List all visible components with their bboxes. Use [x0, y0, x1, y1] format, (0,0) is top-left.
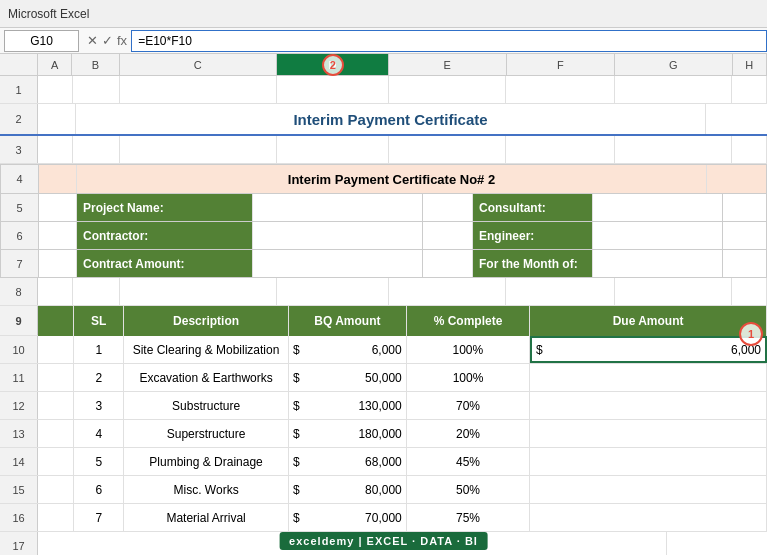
r12-a[interactable]	[38, 392, 74, 419]
r8-e[interactable]	[389, 278, 506, 305]
r14-a[interactable]	[38, 448, 74, 475]
r7-val1[interactable]	[253, 250, 423, 277]
col-header-b[interactable]: B	[72, 54, 119, 75]
r4-a[interactable]	[39, 165, 77, 193]
r11-pct[interactable]: 100%	[407, 364, 530, 391]
r7-val2[interactable]	[593, 250, 723, 277]
r10-desc[interactable]: Site Clearing & Mobilization	[124, 336, 289, 363]
col-header-c[interactable]: C	[120, 54, 277, 75]
r5-a[interactable]	[39, 194, 77, 221]
col-header-a[interactable]: A	[38, 54, 72, 75]
r11-sl[interactable]: 2	[74, 364, 124, 391]
r3-e[interactable]	[389, 136, 506, 163]
r3-h[interactable]	[732, 136, 767, 163]
r15-g[interactable]	[530, 476, 767, 503]
r8-d[interactable]	[277, 278, 389, 305]
r8-a[interactable]	[38, 278, 73, 305]
r10-due-g[interactable]: $ 6,000	[530, 336, 767, 363]
r16-desc[interactable]: Material Arrival	[124, 504, 289, 531]
r6-val1[interactable]	[253, 222, 423, 249]
r13-bq[interactable]: $180,000	[289, 420, 407, 447]
r9-a	[38, 306, 74, 336]
r3-b[interactable]	[73, 136, 120, 163]
row-3-num: 3	[0, 136, 38, 163]
r14-bq[interactable]: $68,000	[289, 448, 407, 475]
r10-pct[interactable]: 100%	[407, 336, 530, 363]
r3-c[interactable]	[120, 136, 277, 163]
r13-desc[interactable]: Superstructure	[124, 420, 289, 447]
r13-g[interactable]	[530, 420, 767, 447]
r10-bq[interactable]: $ 6,000	[289, 336, 407, 363]
r5-val1[interactable]	[253, 194, 423, 221]
r1-c[interactable]	[120, 76, 277, 103]
r11-desc[interactable]: Excavation & Earthworks	[124, 364, 289, 391]
r3-f[interactable]	[506, 136, 614, 163]
r1-g[interactable]	[615, 76, 732, 103]
r12-bq[interactable]: $130,000	[289, 392, 407, 419]
row-13-num: 13	[0, 420, 38, 447]
r8-h[interactable]	[732, 278, 767, 305]
r1-d[interactable]	[277, 76, 389, 103]
r15-pct[interactable]: 50%	[407, 476, 530, 503]
formula-input[interactable]	[131, 30, 767, 52]
r14-sl-val: 5	[95, 455, 102, 469]
r14-sl[interactable]: 5	[74, 448, 124, 475]
r3-d[interactable]	[277, 136, 389, 163]
r6-a[interactable]	[39, 222, 77, 249]
r13-pct[interactable]: 20%	[407, 420, 530, 447]
r11-g[interactable]	[530, 364, 767, 391]
r3-a[interactable]	[38, 136, 73, 163]
r10-sl[interactable]: 1	[74, 336, 124, 363]
r15-a[interactable]	[38, 476, 74, 503]
r14-pct[interactable]: 45%	[407, 448, 530, 475]
r1-b[interactable]	[73, 76, 120, 103]
r8-g[interactable]	[615, 278, 732, 305]
r7-a[interactable]	[39, 250, 77, 277]
r16-bq[interactable]: $70,000	[289, 504, 407, 531]
function-icon[interactable]: fx	[117, 33, 127, 48]
cell-ref-box[interactable]: G10	[4, 30, 79, 52]
r16-sl[interactable]: 7	[74, 504, 124, 531]
confirm-icon[interactable]: ✓	[102, 33, 113, 48]
r12-desc[interactable]: Substructure	[124, 392, 289, 419]
contractor-label: Contractor:	[83, 229, 148, 243]
col-header-h[interactable]: H	[733, 54, 767, 75]
r14-g[interactable]	[530, 448, 767, 475]
col-header-e[interactable]: E	[389, 54, 507, 75]
annotation-circle-1: 1	[739, 322, 763, 346]
row-8-num: 8	[0, 278, 38, 305]
r13-a[interactable]	[38, 420, 74, 447]
r11-bq[interactable]: $50,000	[289, 364, 407, 391]
col-header-f[interactable]: F	[507, 54, 616, 75]
r2-a[interactable]	[38, 104, 76, 134]
r16-pct[interactable]: 75%	[407, 504, 530, 531]
r8-f[interactable]	[506, 278, 614, 305]
r15-desc[interactable]: Misc. Works	[124, 476, 289, 503]
r8-b[interactable]	[73, 278, 120, 305]
r12-desc-val: Substructure	[172, 399, 240, 413]
r16-g[interactable]	[530, 504, 767, 531]
r14-bq-sym: $	[293, 455, 304, 469]
row-11-num: 11	[0, 364, 38, 391]
r3-g[interactable]	[615, 136, 732, 163]
row-14: 14 5 Plumbing & Drainage $68,000 45%	[0, 448, 767, 476]
r1-a[interactable]	[38, 76, 73, 103]
r10-a[interactable]	[38, 336, 74, 363]
r6-val2[interactable]	[593, 222, 723, 249]
r11-a[interactable]	[38, 364, 74, 391]
cancel-icon[interactable]: ✕	[87, 33, 98, 48]
r15-sl[interactable]: 6	[74, 476, 124, 503]
col-header-g[interactable]: G	[615, 54, 733, 75]
r5-val2[interactable]	[593, 194, 723, 221]
r12-sl[interactable]: 3	[74, 392, 124, 419]
r12-pct[interactable]: 70%	[407, 392, 530, 419]
r12-g[interactable]	[530, 392, 767, 419]
r15-bq[interactable]: $80,000	[289, 476, 407, 503]
r1-e[interactable]	[389, 76, 506, 103]
r8-c[interactable]	[120, 278, 277, 305]
r13-sl[interactable]: 4	[74, 420, 124, 447]
r1-f[interactable]	[506, 76, 614, 103]
r1-h[interactable]	[732, 76, 767, 103]
r16-a[interactable]	[38, 504, 74, 531]
r14-desc[interactable]: Plumbing & Drainage	[124, 448, 289, 475]
